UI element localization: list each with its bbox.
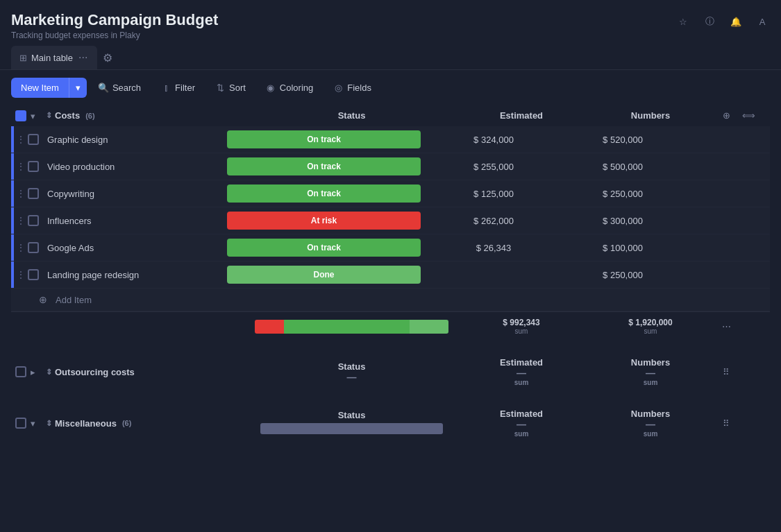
project-subtitle: Tracking budget expenses in Plaky	[11, 31, 218, 40]
misc-numbers-header: Numbers — sum	[586, 403, 715, 443]
costs-group-checkbox[interactable]	[15, 110, 26, 121]
row-drag-handle[interactable]: ⋮	[14, 215, 28, 226]
table-row: ⋮ Video production On track $ 255,000 $ …	[11, 153, 770, 180]
row-checkbox[interactable]	[28, 242, 39, 253]
costs-group: ▾ ⇕ Costs (6) Status Estimated Numbers ⊕…	[11, 105, 770, 341]
tab-options-icon[interactable]: ···	[77, 51, 89, 64]
outsourcing-group: ▸ ⇕ Outsourcing costs Status — Estimated…	[11, 352, 770, 392]
search-button[interactable]: 🔍 Search	[90, 77, 149, 98]
sort-icon: ⇅	[215, 82, 226, 93]
misc-group: ▾ ⇕ Miscellaneous (6) Status Estimated —…	[11, 403, 770, 443]
row-name: Google Ads	[42, 236, 219, 260]
dots-icon: ⋮	[16, 134, 26, 145]
outsourcing-checkbox-area: ▸	[11, 362, 40, 381]
misc-sort-icon: ⇕	[46, 419, 52, 428]
row-status[interactable]: On track	[219, 180, 429, 207]
summary-more-icon[interactable]: ⋯	[715, 321, 737, 332]
costs-count: (6)	[85, 112, 94, 120]
misc-status-header: Status	[246, 404, 457, 443]
row-name: Copywriting	[42, 182, 219, 206]
coloring-button[interactable]: ◉ Coloring	[257, 77, 321, 98]
row-numbers: $ 250,000	[558, 182, 687, 206]
outsourcing-numbers-sum: sum	[591, 379, 709, 386]
costs-estimated-summary: $ 992,343 sum	[457, 315, 586, 338]
outsourcing-more-icon[interactable]: ⠿	[715, 367, 737, 377]
new-item-arrow[interactable]: ▾	[69, 78, 87, 98]
costs-chevron-icon[interactable]: ▾	[31, 111, 36, 121]
misc-numbers-label: Numbers	[591, 409, 709, 419]
fields-label: Fields	[347, 83, 371, 93]
add-item-row[interactable]: ⊕ Add Item	[11, 289, 770, 311]
info-icon[interactable]: ⓘ	[702, 14, 717, 29]
outsourcing-chevron-icon[interactable]: ▸	[31, 367, 35, 377]
numbers-sum-label: sum	[591, 327, 709, 335]
costs-group-header: ▾ ⇕ Costs (6) Status Estimated Numbers ⊕…	[11, 105, 770, 126]
outsourcing-numbers-header: Numbers — sum	[586, 352, 715, 392]
add-item-label: Add Item	[56, 295, 92, 305]
row-status[interactable]: On track	[219, 153, 429, 180]
row-status[interactable]: Done	[219, 261, 429, 288]
row-checkbox[interactable]	[28, 188, 39, 199]
row-drag-handle[interactable]: ⋮	[14, 269, 28, 280]
row-drag-handle[interactable]: ⋮	[14, 242, 28, 253]
header: Marketing Campaign Budget Tracking budge…	[0, 0, 781, 46]
star-icon[interactable]: ☆	[675, 14, 691, 29]
row-status[interactable]: On track	[219, 234, 429, 261]
misc-group-checkbox[interactable]	[15, 418, 26, 429]
add-column-button[interactable]: ⊕	[715, 110, 737, 121]
resize-icon[interactable]: ⟺	[737, 110, 759, 121]
misc-numbers-dash: —	[591, 419, 709, 430]
user-icon[interactable]: A	[755, 14, 770, 29]
tab-main-table[interactable]: ⊞ Main table ···	[11, 46, 97, 69]
misc-more-icon[interactable]: ⠿	[715, 418, 737, 429]
dots-icon: ⋮	[16, 188, 26, 199]
row-checkbox[interactable]	[28, 215, 39, 226]
row-drag-handle[interactable]: ⋮	[14, 161, 28, 172]
settings-icon[interactable]: ⚙	[103, 51, 112, 65]
dots-icon: ⋮	[16, 269, 26, 280]
row-status[interactable]: At risk	[219, 207, 429, 234]
misc-status-bar	[260, 423, 443, 434]
header-left: Marketing Campaign Budget Tracking budge…	[11, 11, 218, 40]
outsourcing-numbers-dash: —	[591, 368, 709, 379]
row-checkbox[interactable]	[28, 161, 39, 172]
outsourcing-estimated-dash: —	[462, 368, 580, 379]
fields-button[interactable]: ◎ Fields	[324, 77, 380, 98]
row-drag-handle[interactable]: ⋮	[14, 188, 28, 199]
row-estimated	[429, 268, 558, 282]
estimated-sum-label: sum	[462, 327, 580, 335]
new-item-label: New Item	[11, 78, 69, 98]
misc-chevron-icon[interactable]: ▾	[31, 418, 35, 429]
row-status[interactable]: On track	[219, 126, 429, 153]
row-name: Video production	[42, 155, 219, 179]
row-numbers: $ 500,000	[558, 155, 687, 179]
status-badge: At risk	[227, 212, 421, 230]
row-estimated: $ 26,343	[429, 236, 558, 260]
outsourcing-sort-icon: ⇕	[46, 368, 52, 377]
add-item-icon: ⊕	[39, 294, 47, 305]
new-item-button[interactable]: New Item ▾	[11, 78, 87, 98]
costs-estimated-header: Estimated	[457, 105, 586, 126]
misc-checkbox-area: ▾	[11, 413, 40, 433]
tab-bar: ⊞ Main table ··· ⚙	[0, 46, 781, 70]
costs-numbers-header: Numbers	[586, 105, 715, 126]
table-row: ⋮ Graphic design On track $ 324,000 $ 52…	[11, 126, 770, 153]
misc-numbers-sum: sum	[591, 430, 709, 438]
table-row: ⋮ Landing page redesign Done $ 250,000	[11, 261, 770, 289]
row-checkbox[interactable]	[28, 134, 39, 145]
row-drag-handle[interactable]: ⋮	[14, 134, 28, 145]
header-icons: ☆ ⓘ 🔔 A	[675, 11, 770, 29]
sort-button[interactable]: ⇅ Sort	[206, 77, 254, 98]
outsourcing-group-checkbox[interactable]	[15, 366, 26, 377]
filter-label: Filter	[175, 83, 195, 93]
misc-count: (6)	[122, 419, 131, 427]
row-checkbox[interactable]	[28, 269, 39, 280]
filter-button[interactable]: ⫿ Filter	[152, 77, 203, 98]
summary-bar	[255, 320, 448, 334]
misc-estimated-sum: sum	[462, 430, 580, 438]
outsourcing-estimated-label: Estimated	[462, 357, 580, 368]
bell-icon[interactable]: 🔔	[728, 14, 744, 29]
misc-estimated-header: Estimated — sum	[457, 403, 586, 443]
row-numbers: $ 250,000	[558, 263, 687, 287]
table-area: ▾ ⇕ Costs (6) Status Estimated Numbers ⊕…	[0, 105, 781, 465]
